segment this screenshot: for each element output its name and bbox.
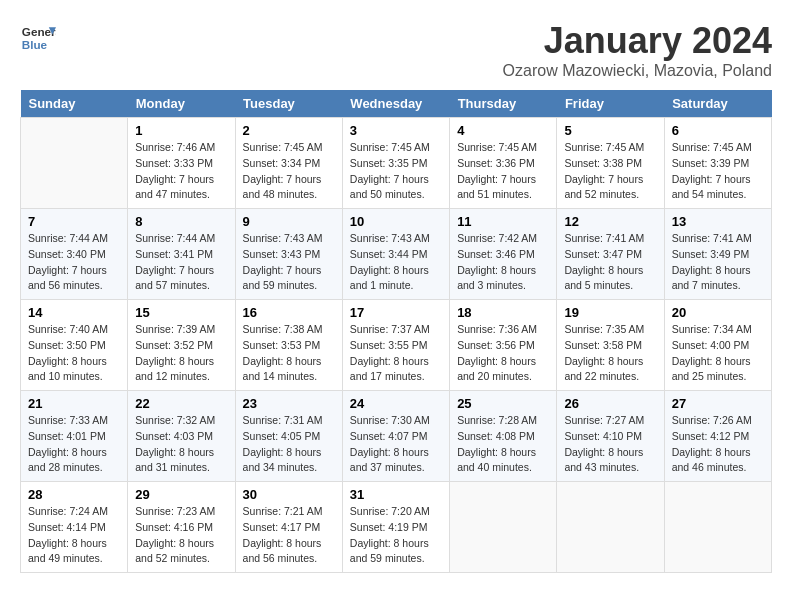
calendar-cell: 30Sunrise: 7:21 AM Sunset: 4:17 PM Dayli… bbox=[235, 482, 342, 573]
day-number: 20 bbox=[672, 305, 764, 320]
calendar-cell: 15Sunrise: 7:39 AM Sunset: 3:52 PM Dayli… bbox=[128, 300, 235, 391]
day-info: Sunrise: 7:45 AM Sunset: 3:35 PM Dayligh… bbox=[350, 140, 442, 203]
day-number: 4 bbox=[457, 123, 549, 138]
calendar-cell: 29Sunrise: 7:23 AM Sunset: 4:16 PM Dayli… bbox=[128, 482, 235, 573]
day-info: Sunrise: 7:43 AM Sunset: 3:44 PM Dayligh… bbox=[350, 231, 442, 294]
month-title: January 2024 bbox=[503, 20, 772, 62]
week-row-4: 21Sunrise: 7:33 AM Sunset: 4:01 PM Dayli… bbox=[21, 391, 772, 482]
page-header: General Blue January 2024 Ozarow Mazowie… bbox=[20, 20, 772, 80]
day-number: 17 bbox=[350, 305, 442, 320]
day-number: 22 bbox=[135, 396, 227, 411]
calendar-cell: 2Sunrise: 7:45 AM Sunset: 3:34 PM Daylig… bbox=[235, 118, 342, 209]
day-info: Sunrise: 7:31 AM Sunset: 4:05 PM Dayligh… bbox=[243, 413, 335, 476]
calendar-cell bbox=[450, 482, 557, 573]
day-info: Sunrise: 7:20 AM Sunset: 4:19 PM Dayligh… bbox=[350, 504, 442, 567]
calendar-cell: 26Sunrise: 7:27 AM Sunset: 4:10 PM Dayli… bbox=[557, 391, 664, 482]
calendar-cell: 11Sunrise: 7:42 AM Sunset: 3:46 PM Dayli… bbox=[450, 209, 557, 300]
title-block: January 2024 Ozarow Mazowiecki, Mazovia,… bbox=[503, 20, 772, 80]
day-number: 24 bbox=[350, 396, 442, 411]
week-row-2: 7Sunrise: 7:44 AM Sunset: 3:40 PM Daylig… bbox=[21, 209, 772, 300]
day-info: Sunrise: 7:37 AM Sunset: 3:55 PM Dayligh… bbox=[350, 322, 442, 385]
weekday-header-tuesday: Tuesday bbox=[235, 90, 342, 118]
svg-text:General: General bbox=[22, 25, 56, 38]
calendar-cell: 14Sunrise: 7:40 AM Sunset: 3:50 PM Dayli… bbox=[21, 300, 128, 391]
calendar-cell: 24Sunrise: 7:30 AM Sunset: 4:07 PM Dayli… bbox=[342, 391, 449, 482]
calendar-cell: 6Sunrise: 7:45 AM Sunset: 3:39 PM Daylig… bbox=[664, 118, 771, 209]
day-info: Sunrise: 7:33 AM Sunset: 4:01 PM Dayligh… bbox=[28, 413, 120, 476]
logo-icon: General Blue bbox=[20, 20, 56, 56]
day-info: Sunrise: 7:41 AM Sunset: 3:49 PM Dayligh… bbox=[672, 231, 764, 294]
week-row-5: 28Sunrise: 7:24 AM Sunset: 4:14 PM Dayli… bbox=[21, 482, 772, 573]
day-info: Sunrise: 7:45 AM Sunset: 3:39 PM Dayligh… bbox=[672, 140, 764, 203]
day-info: Sunrise: 7:21 AM Sunset: 4:17 PM Dayligh… bbox=[243, 504, 335, 567]
day-info: Sunrise: 7:42 AM Sunset: 3:46 PM Dayligh… bbox=[457, 231, 549, 294]
calendar-cell: 20Sunrise: 7:34 AM Sunset: 4:00 PM Dayli… bbox=[664, 300, 771, 391]
location-subtitle: Ozarow Mazowiecki, Mazovia, Poland bbox=[503, 62, 772, 80]
day-info: Sunrise: 7:23 AM Sunset: 4:16 PM Dayligh… bbox=[135, 504, 227, 567]
calendar-cell: 1Sunrise: 7:46 AM Sunset: 3:33 PM Daylig… bbox=[128, 118, 235, 209]
day-info: Sunrise: 7:28 AM Sunset: 4:08 PM Dayligh… bbox=[457, 413, 549, 476]
day-info: Sunrise: 7:26 AM Sunset: 4:12 PM Dayligh… bbox=[672, 413, 764, 476]
calendar-cell bbox=[557, 482, 664, 573]
calendar-cell: 31Sunrise: 7:20 AM Sunset: 4:19 PM Dayli… bbox=[342, 482, 449, 573]
day-number: 8 bbox=[135, 214, 227, 229]
calendar-cell: 12Sunrise: 7:41 AM Sunset: 3:47 PM Dayli… bbox=[557, 209, 664, 300]
calendar-cell: 9Sunrise: 7:43 AM Sunset: 3:43 PM Daylig… bbox=[235, 209, 342, 300]
calendar-table: SundayMondayTuesdayWednesdayThursdayFrid… bbox=[20, 90, 772, 573]
calendar-cell: 3Sunrise: 7:45 AM Sunset: 3:35 PM Daylig… bbox=[342, 118, 449, 209]
day-info: Sunrise: 7:30 AM Sunset: 4:07 PM Dayligh… bbox=[350, 413, 442, 476]
calendar-cell: 5Sunrise: 7:45 AM Sunset: 3:38 PM Daylig… bbox=[557, 118, 664, 209]
day-info: Sunrise: 7:45 AM Sunset: 3:34 PM Dayligh… bbox=[243, 140, 335, 203]
weekday-header-wednesday: Wednesday bbox=[342, 90, 449, 118]
calendar-cell: 10Sunrise: 7:43 AM Sunset: 3:44 PM Dayli… bbox=[342, 209, 449, 300]
weekday-header-saturday: Saturday bbox=[664, 90, 771, 118]
day-number: 18 bbox=[457, 305, 549, 320]
calendar-cell: 22Sunrise: 7:32 AM Sunset: 4:03 PM Dayli… bbox=[128, 391, 235, 482]
day-number: 3 bbox=[350, 123, 442, 138]
day-info: Sunrise: 7:45 AM Sunset: 3:38 PM Dayligh… bbox=[564, 140, 656, 203]
day-number: 15 bbox=[135, 305, 227, 320]
calendar-cell: 19Sunrise: 7:35 AM Sunset: 3:58 PM Dayli… bbox=[557, 300, 664, 391]
weekday-header-row: SundayMondayTuesdayWednesdayThursdayFrid… bbox=[21, 90, 772, 118]
day-info: Sunrise: 7:39 AM Sunset: 3:52 PM Dayligh… bbox=[135, 322, 227, 385]
logo: General Blue bbox=[20, 20, 56, 56]
weekday-header-monday: Monday bbox=[128, 90, 235, 118]
day-number: 19 bbox=[564, 305, 656, 320]
weekday-header-thursday: Thursday bbox=[450, 90, 557, 118]
calendar-cell bbox=[21, 118, 128, 209]
day-number: 30 bbox=[243, 487, 335, 502]
calendar-cell: 4Sunrise: 7:45 AM Sunset: 3:36 PM Daylig… bbox=[450, 118, 557, 209]
day-number: 1 bbox=[135, 123, 227, 138]
day-number: 16 bbox=[243, 305, 335, 320]
day-number: 25 bbox=[457, 396, 549, 411]
day-number: 7 bbox=[28, 214, 120, 229]
day-info: Sunrise: 7:44 AM Sunset: 3:41 PM Dayligh… bbox=[135, 231, 227, 294]
calendar-cell: 17Sunrise: 7:37 AM Sunset: 3:55 PM Dayli… bbox=[342, 300, 449, 391]
day-number: 26 bbox=[564, 396, 656, 411]
day-number: 6 bbox=[672, 123, 764, 138]
day-info: Sunrise: 7:40 AM Sunset: 3:50 PM Dayligh… bbox=[28, 322, 120, 385]
day-info: Sunrise: 7:41 AM Sunset: 3:47 PM Dayligh… bbox=[564, 231, 656, 294]
day-number: 13 bbox=[672, 214, 764, 229]
day-number: 12 bbox=[564, 214, 656, 229]
day-number: 28 bbox=[28, 487, 120, 502]
day-number: 27 bbox=[672, 396, 764, 411]
calendar-cell: 8Sunrise: 7:44 AM Sunset: 3:41 PM Daylig… bbox=[128, 209, 235, 300]
calendar-cell: 18Sunrise: 7:36 AM Sunset: 3:56 PM Dayli… bbox=[450, 300, 557, 391]
day-info: Sunrise: 7:45 AM Sunset: 3:36 PM Dayligh… bbox=[457, 140, 549, 203]
calendar-cell: 13Sunrise: 7:41 AM Sunset: 3:49 PM Dayli… bbox=[664, 209, 771, 300]
day-number: 23 bbox=[243, 396, 335, 411]
calendar-cell: 23Sunrise: 7:31 AM Sunset: 4:05 PM Dayli… bbox=[235, 391, 342, 482]
calendar-cell: 21Sunrise: 7:33 AM Sunset: 4:01 PM Dayli… bbox=[21, 391, 128, 482]
day-number: 9 bbox=[243, 214, 335, 229]
day-info: Sunrise: 7:27 AM Sunset: 4:10 PM Dayligh… bbox=[564, 413, 656, 476]
weekday-header-friday: Friday bbox=[557, 90, 664, 118]
day-info: Sunrise: 7:34 AM Sunset: 4:00 PM Dayligh… bbox=[672, 322, 764, 385]
day-number: 31 bbox=[350, 487, 442, 502]
week-row-3: 14Sunrise: 7:40 AM Sunset: 3:50 PM Dayli… bbox=[21, 300, 772, 391]
calendar-cell: 16Sunrise: 7:38 AM Sunset: 3:53 PM Dayli… bbox=[235, 300, 342, 391]
day-number: 10 bbox=[350, 214, 442, 229]
calendar-cell: 28Sunrise: 7:24 AM Sunset: 4:14 PM Dayli… bbox=[21, 482, 128, 573]
day-number: 21 bbox=[28, 396, 120, 411]
svg-text:Blue: Blue bbox=[22, 38, 48, 51]
